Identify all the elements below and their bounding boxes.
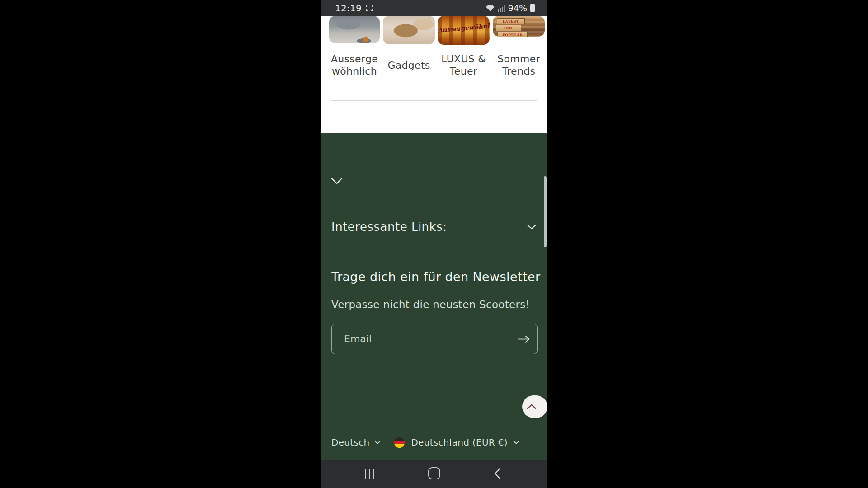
android-status-bar: 12:19 94% — [321, 0, 547, 16]
category-label-aussergewoehnlich[interactable]: Ausserge wöhnlich — [329, 52, 380, 78]
card-overlay-text: Aussergewöhnlich — [438, 22, 490, 34]
screen-capture-icon — [366, 5, 373, 11]
email-input[interactable] — [332, 324, 516, 353]
chevron-up-icon — [527, 404, 537, 409]
recents-button[interactable] — [365, 469, 374, 479]
footer-section: Interessante Links: Trage dich ein für d… — [321, 133, 547, 460]
section-divider — [331, 100, 537, 101]
footer-divider — [331, 205, 537, 205]
country-currency-selector[interactable]: Deutschland (EUR €) — [411, 437, 507, 448]
category-label-gadgets[interactable]: Gadgets — [383, 52, 435, 78]
chevron-down-icon[interactable] — [374, 441, 381, 444]
language-selector[interactable]: Deutsch — [331, 437, 369, 448]
locale-bar: Deutsch Deutschland (EUR €) — [331, 433, 537, 451]
status-bar-left: 12:19 — [335, 0, 373, 16]
battery-icon — [530, 4, 535, 12]
category-label-luxus[interactable]: LUXUS & Teuer — [438, 52, 490, 78]
category-label-sommer-trends[interactable]: Sommer Trends — [493, 52, 545, 78]
signal-icon — [498, 5, 505, 12]
chevron-down-icon[interactable] — [513, 441, 519, 444]
wooden-blocks-graphic: LATEST HOT POPULAR — [497, 18, 528, 37]
android-nav-bar — [321, 460, 547, 488]
block-word: POPULAR — [498, 32, 528, 37]
newsletter-submit-button[interactable] — [509, 324, 537, 354]
phone-screen: 12:19 94% Aussergewöhnlic — [321, 0, 547, 488]
interesting-links-label: Interessante Links: — [331, 220, 447, 234]
category-carousel-section: Aussergewöhnlich LATEST HOT POPULAR Auss… — [321, 16, 547, 133]
wifi-icon — [486, 5, 495, 12]
category-card-aussergewoehnlich[interactable] — [329, 16, 380, 43]
newsletter-email-box — [331, 324, 538, 354]
newsletter-subtitle: Verpasse nicht die neusten Scooters! — [331, 299, 530, 310]
category-card-sommer-trends[interactable]: LATEST HOT POPULAR — [493, 16, 545, 37]
germany-flag-icon — [394, 437, 405, 448]
home-button[interactable] — [428, 467, 440, 479]
category-card-gadgets[interactable] — [383, 16, 435, 44]
block-word: LATEST — [497, 18, 525, 24]
page-scrollbar[interactable] — [544, 176, 547, 247]
category-card-luxus[interactable]: Aussergewöhnlich — [438, 16, 490, 45]
block-word: HOT — [496, 25, 521, 31]
back-button[interactable] — [494, 467, 501, 480]
chevron-down-icon — [527, 224, 537, 230]
scroll-to-top-button[interactable] — [522, 395, 547, 418]
footer-divider — [331, 417, 537, 417]
status-time: 12:19 — [335, 3, 362, 14]
accordion-chevron-down-icon[interactable] — [330, 177, 343, 185]
interesting-links-accordion[interactable]: Interessante Links: — [331, 219, 537, 235]
status-bar-right: 94% — [486, 0, 535, 16]
newsletter-title: Trage dich ein für den Newsletter — [331, 270, 540, 284]
arrow-right-icon — [516, 335, 531, 343]
battery-percent: 94% — [508, 3, 527, 13]
footer-divider — [331, 162, 537, 162]
